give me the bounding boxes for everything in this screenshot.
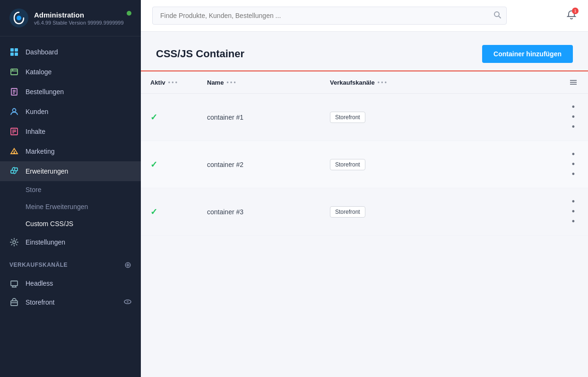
empty-cell xyxy=(511,94,559,141)
table-menu-icon[interactable] xyxy=(568,78,579,87)
sidebar-channel-storefront[interactable]: Storefront xyxy=(0,293,141,312)
row-menu-cell: • • • xyxy=(559,188,588,236)
verkauf-cell: Storefront xyxy=(320,141,511,188)
storefront-tag: Storefront xyxy=(330,206,365,218)
table-row: ✓ container #1 Storefront • • • xyxy=(141,94,588,141)
storefront-channel-label: Storefront xyxy=(26,298,54,306)
svg-point-20 xyxy=(14,153,15,154)
headless-channel-label: Headless xyxy=(26,280,53,287)
sidebar-subitem-custom-css-js[interactable]: Custom CSS/JS xyxy=(0,215,141,232)
sidebar-item-label: Kataloge xyxy=(26,68,52,76)
svg-rect-5 xyxy=(15,53,18,56)
col-aktiv-label: Aktiv xyxy=(150,79,165,86)
check-icon: ✓ xyxy=(150,113,157,122)
col-header-aktiv: Aktiv • • • xyxy=(141,71,198,94)
custom-css-js-label: Custom CSS/JS xyxy=(26,220,73,228)
row-menu-button[interactable]: • • • xyxy=(568,195,579,228)
col-verkauf-label: Verkaufskanäle xyxy=(330,79,375,86)
search-input[interactable] xyxy=(152,7,507,25)
page-title: CSS/JS Container xyxy=(156,48,244,60)
storefront-tag: Storefront xyxy=(330,112,365,123)
page-content: CSS/JS Container Container hinzufügen Ak… xyxy=(141,32,588,377)
svg-line-33 xyxy=(499,16,501,18)
col-aktiv-options[interactable]: • • • xyxy=(168,79,177,86)
add-container-button[interactable]: Container hinzufügen xyxy=(482,45,573,63)
search-container xyxy=(152,7,507,25)
table-header: Aktiv • • • Name • • • V xyxy=(141,71,588,94)
marketing-icon xyxy=(9,147,19,156)
row-menu-cell: • • • xyxy=(559,141,588,188)
svg-rect-21 xyxy=(11,170,14,173)
topbar-right: 1 xyxy=(566,9,577,22)
dashboard-icon xyxy=(9,47,19,57)
sidebar-item-dashboard[interactable]: Dashboard xyxy=(0,42,141,62)
check-icon: ✓ xyxy=(150,160,157,169)
row-menu-cell: • • • xyxy=(559,94,588,141)
notification-badge: 1 xyxy=(572,8,579,14)
name-cell: container #2 xyxy=(198,141,320,188)
svg-rect-24 xyxy=(11,281,17,286)
name-cell: container #3 xyxy=(198,188,320,236)
sidebar-item-einstellungen[interactable]: Einstellungen xyxy=(0,232,141,252)
check-icon: ✓ xyxy=(150,207,157,217)
sidebar-item-bestellungen[interactable]: Bestellungen xyxy=(0,82,141,102)
app-version: v6.4.99 Stable Version 99999.9999999 xyxy=(34,20,124,26)
sidebar-item-erweiterungen[interactable]: Erweiterungen xyxy=(0,161,141,181)
sidebar-item-marketing[interactable]: Marketing xyxy=(0,141,141,161)
notification-button[interactable]: 1 xyxy=(566,9,577,22)
einstellungen-icon xyxy=(9,237,19,247)
sidebar-channel-headless[interactable]: Headless xyxy=(0,274,141,293)
sidebar-item-inhalte[interactable]: Inhalte xyxy=(0,122,141,141)
add-verkaufskanal-button[interactable]: ⊕ xyxy=(124,260,132,270)
app-logo xyxy=(9,9,28,27)
empty-cell xyxy=(511,141,559,188)
sidebar-subitem-meine-erweiterungen[interactable]: Meine Erweiterungen xyxy=(0,198,141,215)
storefront-tag: Storefront xyxy=(330,159,365,170)
container-name: container #2 xyxy=(207,161,243,168)
sidebar-subitem-store[interactable]: Store xyxy=(0,181,141,198)
sidebar-item-label: Dashboard xyxy=(26,48,58,56)
verkauf-cell: Storefront xyxy=(320,188,511,236)
svg-rect-2 xyxy=(10,48,14,52)
app-title: Administration xyxy=(34,11,124,19)
containers-table: Aktiv • • • Name • • • V xyxy=(141,71,588,236)
svg-rect-22 xyxy=(15,168,17,171)
row-menu-button[interactable]: • • • xyxy=(568,100,579,134)
sidebar-item-label: Inhalte xyxy=(26,128,45,135)
bestellungen-icon xyxy=(9,87,19,96)
col-header-empty xyxy=(511,71,559,94)
sidebar-item-label: Einstellungen xyxy=(26,238,65,246)
page-header: CSS/JS Container Container hinzufügen xyxy=(141,32,588,71)
col-header-menu xyxy=(559,71,588,94)
col-header-verkaufskanaele: Verkaufskanäle • • • xyxy=(320,71,511,94)
svg-point-23 xyxy=(13,241,16,244)
online-indicator xyxy=(127,11,131,16)
name-cell: container #1 xyxy=(198,94,320,141)
kunden-icon xyxy=(9,107,19,116)
search-button[interactable] xyxy=(493,11,501,20)
sidebar-item-label: Marketing xyxy=(26,148,54,155)
col-verkauf-options[interactable]: • • • xyxy=(378,79,387,86)
store-label: Store xyxy=(26,186,41,193)
sidebar-item-kunden[interactable]: Kunden xyxy=(0,102,141,122)
col-name-options[interactable]: • • • xyxy=(226,79,235,86)
svg-point-31 xyxy=(127,300,129,302)
table-body: ✓ container #1 Storefront • • • xyxy=(141,94,588,236)
svg-rect-3 xyxy=(15,48,18,52)
sidebar-nav: Dashboard Kataloge Bestellungen Kunden xyxy=(0,36,141,377)
row-menu-button[interactable]: • • • xyxy=(568,148,579,181)
sidebar-item-label: Bestellungen xyxy=(26,88,64,96)
sidebar-item-kataloge[interactable]: Kataloge xyxy=(0,62,141,82)
topbar: 1 xyxy=(141,0,588,32)
aktiv-cell: ✓ xyxy=(141,188,198,236)
col-header-name: Name • • • xyxy=(198,71,320,94)
svg-rect-6 xyxy=(11,69,17,75)
sidebar-item-label: Erweiterungen xyxy=(26,167,68,175)
erweiterungen-icon xyxy=(9,167,19,176)
aktiv-cell: ✓ xyxy=(141,141,198,188)
inhalte-icon xyxy=(9,127,19,136)
storefront-eye-icon[interactable] xyxy=(124,298,131,307)
svg-point-1 xyxy=(17,16,21,20)
col-name-label: Name xyxy=(207,79,224,86)
sidebar-header: Administration v6.4.99 Stable Version 99… xyxy=(0,0,141,36)
